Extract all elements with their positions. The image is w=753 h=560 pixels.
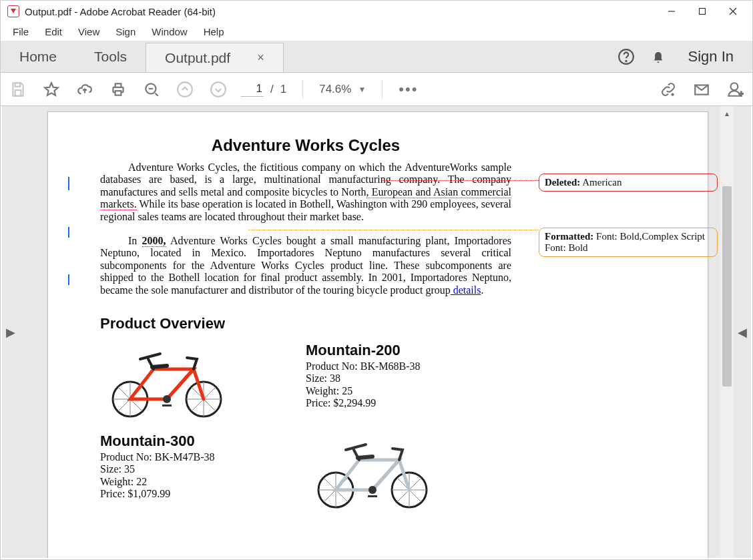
mountain-300-image bbox=[306, 430, 439, 510]
tab-home[interactable]: Home bbox=[1, 41, 75, 72]
cloud-upload-icon[interactable] bbox=[74, 79, 95, 100]
print-icon[interactable] bbox=[107, 79, 129, 100]
product-no: Product No: BK-M68B-38 bbox=[306, 360, 505, 372]
para1-seg-b: While its base operation is located in B… bbox=[100, 198, 511, 222]
tab-tools-label: Tools bbox=[94, 49, 127, 65]
svg-point-29 bbox=[163, 395, 171, 403]
para2-bold: 2000, bbox=[142, 235, 166, 247]
product-size: Size: 35 bbox=[100, 463, 299, 475]
page-number-control: / 1 bbox=[241, 81, 286, 97]
scroll-thumb[interactable] bbox=[722, 186, 732, 386]
svg-rect-42 bbox=[368, 495, 377, 497]
maximize-button[interactable] bbox=[687, 1, 718, 22]
svg-point-5 bbox=[625, 60, 626, 61]
product-image-2 bbox=[306, 427, 511, 518]
svg-point-41 bbox=[368, 486, 376, 494]
separator bbox=[382, 80, 383, 99]
annotation-deleted[interactable]: Deleted: American bbox=[539, 174, 718, 192]
product-price: Price: $2,294.99 bbox=[306, 397, 505, 409]
change-mark bbox=[68, 274, 69, 285]
change-mark bbox=[68, 177, 69, 190]
close-button[interactable] bbox=[718, 1, 748, 22]
more-icon[interactable]: ••• bbox=[399, 81, 418, 98]
annotation-label: Formatted: bbox=[545, 231, 593, 242]
product-grid: Mountain-200 Product No: BK-M68B-38 Size… bbox=[100, 336, 511, 518]
window-title: Output.pdf - Adobe Acrobat Reader (64-bi… bbox=[25, 6, 216, 17]
details-link[interactable]: details bbox=[451, 284, 481, 296]
annotation-formatted[interactable]: Formatted: Font: Bold,Complex Script Fon… bbox=[539, 228, 718, 257]
svg-rect-10 bbox=[115, 91, 121, 95]
para2-lead: In bbox=[128, 235, 142, 246]
menu-help[interactable]: Help bbox=[196, 25, 232, 39]
section-heading: Product Overview bbox=[100, 315, 511, 332]
menu-view[interactable]: View bbox=[70, 25, 107, 39]
email-icon[interactable] bbox=[691, 79, 712, 100]
bell-icon[interactable] bbox=[650, 48, 667, 65]
window-controls bbox=[656, 1, 748, 22]
menu-sign[interactable]: Sign bbox=[107, 25, 144, 39]
help-icon[interactable] bbox=[617, 48, 635, 65]
menu-window[interactable]: Window bbox=[144, 25, 195, 39]
svg-point-17 bbox=[731, 83, 738, 90]
svg-point-14 bbox=[178, 82, 192, 97]
page-current-input[interactable] bbox=[241, 81, 264, 97]
menu-edit[interactable]: Edit bbox=[37, 25, 70, 39]
nav-pane-toggle-left[interactable]: ▶ bbox=[2, 106, 19, 558]
tab-home-label: Home bbox=[19, 49, 57, 65]
page-total: 1 bbox=[280, 83, 286, 96]
sign-in-button[interactable]: Sign In bbox=[682, 48, 741, 65]
paragraph-2: In 2000, Adventure Works Cycles bought a… bbox=[100, 235, 511, 296]
document-body: Adventure Works Cycles Adventure Works C… bbox=[100, 136, 511, 518]
svg-line-12 bbox=[155, 93, 158, 95]
zoom-value: 74.6% bbox=[319, 83, 351, 96]
close-tab-icon[interactable]: × bbox=[257, 51, 264, 65]
product-image-1 bbox=[100, 336, 306, 427]
page-up-icon[interactable] bbox=[174, 79, 196, 100]
vertical-scrollbar[interactable]: ▴ bbox=[720, 106, 734, 558]
chevron-down-icon: ▼ bbox=[358, 85, 366, 94]
svg-text:+: + bbox=[738, 88, 744, 97]
mountain-200-image bbox=[100, 339, 234, 419]
annotation-connector bbox=[382, 180, 539, 182]
tools-pane-toggle-right[interactable]: ◀ bbox=[734, 106, 751, 558]
svg-rect-6 bbox=[15, 83, 21, 86]
svg-rect-9 bbox=[115, 83, 121, 87]
tab-document[interactable]: Output.pdf × bbox=[146, 43, 284, 72]
tab-document-label: Output.pdf bbox=[165, 50, 230, 66]
svg-rect-1 bbox=[700, 9, 706, 15]
tabbar: Home Tools Output.pdf × Sign In bbox=[1, 41, 752, 73]
page-down-icon[interactable] bbox=[208, 79, 229, 100]
svg-point-15 bbox=[211, 82, 226, 97]
acrobat-app-icon bbox=[7, 5, 19, 17]
product-size: Size: 38 bbox=[306, 372, 505, 384]
annotation-connector bbox=[248, 230, 539, 231]
product-weight: Weight: 25 bbox=[306, 385, 505, 397]
pdf-page: Adventure Works Cycles Adventure Works C… bbox=[47, 111, 708, 558]
menu-file[interactable]: File bbox=[5, 25, 37, 39]
svg-rect-30 bbox=[162, 404, 172, 406]
annotation-label: Deleted: bbox=[545, 177, 580, 188]
product-name: Mountain-200 bbox=[306, 342, 505, 359]
annotation-deleted-value: American bbox=[582, 177, 621, 188]
content-area: ▶ Adventure Works Cycles Adventure Works… bbox=[2, 106, 751, 558]
star-icon[interactable] bbox=[41, 79, 62, 100]
search-icon[interactable] bbox=[141, 79, 162, 100]
product-price: Price: $1,079.99 bbox=[100, 488, 299, 500]
scroll-up-icon[interactable]: ▴ bbox=[720, 109, 734, 118]
zoom-control[interactable]: 74.6% ▼ bbox=[319, 83, 366, 96]
add-reviewer-icon[interactable]: + bbox=[724, 79, 746, 100]
product-info-2: Mountain-300 Product No: BK-M47B-38 Size… bbox=[100, 427, 306, 518]
tab-tools[interactable]: Tools bbox=[75, 41, 146, 72]
document-title: Adventure Works Cycles bbox=[100, 136, 511, 155]
save-icon[interactable] bbox=[7, 79, 29, 100]
minimize-button[interactable] bbox=[656, 1, 687, 22]
product-info-1: Mountain-200 Product No: BK-M68B-38 Size… bbox=[306, 336, 511, 427]
separator bbox=[302, 80, 303, 99]
share-link-icon[interactable] bbox=[658, 79, 679, 100]
product-weight: Weight: 22 bbox=[100, 476, 299, 488]
document-viewport[interactable]: Adventure Works Cycles Adventure Works C… bbox=[19, 106, 720, 558]
paragraph-1: Adventure Works Cycles, the fictitious c… bbox=[100, 162, 511, 223]
page-separator: / bbox=[270, 83, 274, 96]
review-annotations: Deleted: American Formatted: Font: Bold,… bbox=[539, 174, 718, 293]
product-name: Mountain-300 bbox=[100, 433, 299, 450]
